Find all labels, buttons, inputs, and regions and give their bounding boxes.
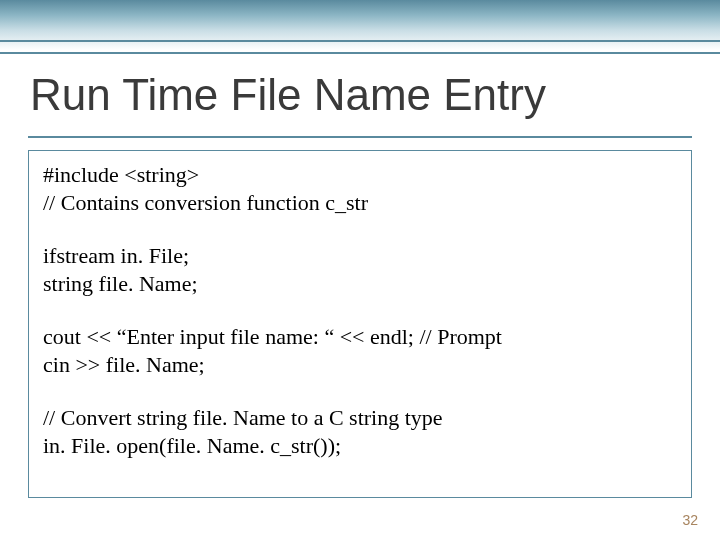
code-line: // Convert string file. Name to a C stri… [43,404,677,432]
blank-line [43,297,677,323]
header-gradient [0,0,720,50]
code-container: #include <string> // Contains conversion… [28,150,692,498]
title-underline [28,136,692,138]
blank-line [43,378,677,404]
slide-title: Run Time File Name Entry [30,70,546,120]
page-number: 32 [682,512,698,528]
header-decoration [0,0,720,55]
header-rule-2 [0,52,720,54]
code-line: // Contains conversion function c_str [43,189,677,217]
code-line: #include <string> [43,161,677,189]
header-rule-1 [0,40,720,42]
code-line: in. File. open(file. Name. c_str()); [43,432,677,460]
code-line: cout << “Enter input file name: “ << end… [43,323,677,351]
code-line: string file. Name; [43,270,677,298]
code-line: cin >> file. Name; [43,351,677,379]
code-line: ifstream in. File; [43,242,677,270]
blank-line [43,216,677,242]
